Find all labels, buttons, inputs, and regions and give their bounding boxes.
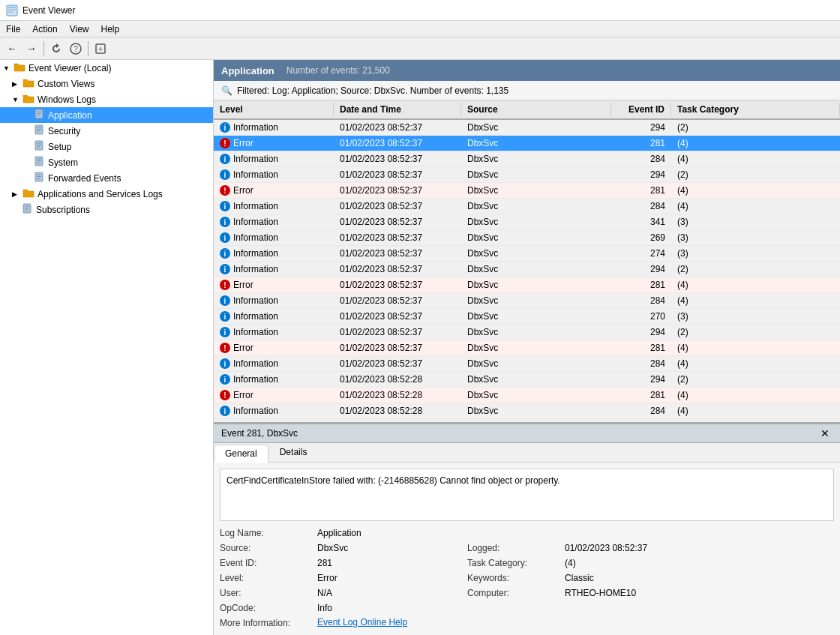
toolbar-back-btn[interactable]: ←	[3, 40, 21, 58]
datetime-cell: 01/02/2023 08:52:37	[334, 121, 461, 133]
tree-node-8[interactable]: ▶Applications and Services Logs	[0, 186, 213, 202]
table-row[interactable]: iInformation01/02/2023 08:52:37DbxSvc269…	[214, 230, 840, 246]
tree-node-2[interactable]: ▼Windows Logs	[0, 91, 213, 107]
table-row[interactable]: !Error01/02/2023 08:52:28DbxSvc281(4)	[214, 388, 840, 403]
table-row[interactable]: iInformation01/02/2023 08:52:37DbxSvc294…	[214, 325, 840, 340]
tree-node-5[interactable]: Setup	[0, 139, 213, 154]
info-icon: i	[220, 264, 230, 274]
table-row[interactable]: !Error01/02/2023 08:52:37DbxSvc281(4)	[214, 340, 840, 356]
tree-node-0[interactable]: ▼Event Viewer (Local)	[0, 60, 213, 76]
table-row[interactable]: iInformation01/02/2023 08:52:37DbxSvc274…	[214, 246, 840, 262]
tree-node-1[interactable]: ▶Custom Views	[0, 76, 213, 91]
eventid-cell: 281	[611, 137, 671, 149]
table-row[interactable]: iInformation01/02/2023 08:52:37DbxSvc294…	[214, 262, 840, 277]
datetime-cell: 01/02/2023 08:52:37	[334, 247, 461, 259]
level-text: Error	[233, 185, 254, 196]
table-row[interactable]: iInformation01/02/2023 08:52:37DbxSvc284…	[214, 356, 840, 372]
table-row[interactable]: !Error01/02/2023 08:52:37DbxSvc281(4)	[214, 183, 840, 199]
table-row[interactable]: !Error01/02/2023 08:52:37DbxSvc281(4)	[214, 277, 840, 293]
tab-details[interactable]: Details	[268, 443, 319, 463]
menu-action[interactable]: Action	[26, 21, 63, 37]
toolbar-forward-btn[interactable]: →	[22, 40, 40, 58]
table-row[interactable]: iInformation01/02/2023 08:52:37DbxSvc284…	[214, 151, 840, 167]
error-icon: !	[220, 390, 230, 400]
user-value: N/A	[317, 587, 467, 599]
tree-label-7: Forwarded Events	[48, 173, 121, 184]
toolbar: ← → ? +	[0, 37, 840, 60]
toolbar-create-task-btn[interactable]: +	[92, 40, 110, 58]
info-icon: i	[220, 374, 230, 385]
level-text: Information	[233, 295, 278, 306]
col-datetime: Date and Time	[334, 103, 461, 116]
toolbar-help-btn[interactable]: ?	[67, 40, 85, 58]
info-icon: i	[220, 358, 230, 369]
keywords-value: Classic	[565, 572, 834, 584]
table-row[interactable]: iInformation01/02/2023 08:52:28DbxSvc284…	[214, 403, 840, 419]
source-cell: DbxSvc	[461, 358, 611, 370]
tree-node-6[interactable]: System	[0, 154, 213, 170]
tree-label-2: Windows Logs	[38, 94, 96, 105]
empty-1	[467, 527, 565, 539]
datetime-cell: 01/02/2023 08:52:37	[334, 326, 461, 338]
empty-3	[467, 602, 565, 614]
datetime-cell: 01/02/2023 08:52:28	[334, 405, 461, 417]
tree-label-3: Application	[48, 110, 92, 121]
toolbar-refresh-btn[interactable]	[47, 40, 65, 58]
taskcategory-value: (4)	[565, 557, 834, 569]
keywords-label: Keywords:	[467, 572, 565, 584]
source-cell: DbxSvc	[461, 200, 611, 212]
taskcategory-cell: (4)	[671, 279, 840, 291]
eventid-cell: 274	[611, 247, 671, 259]
tree-node-7[interactable]: Forwarded Events	[0, 170, 213, 186]
tree-label-4: Security	[48, 126, 80, 136]
source-cell: DbxSvc	[461, 184, 611, 196]
eventid-cell: 294	[611, 121, 671, 133]
tree-label-0: Event Viewer (Local)	[28, 63, 112, 73]
table-row[interactable]: iInformation01/02/2023 08:52:37DbxSvc294…	[214, 120, 840, 136]
eventid-cell: 294	[611, 263, 671, 275]
info-icon: i	[220, 406, 230, 416]
page-icon	[34, 140, 45, 153]
tree-node-3[interactable]: Application	[0, 107, 213, 123]
eventid-cell: 294	[611, 326, 671, 338]
menu-view[interactable]: View	[64, 21, 95, 37]
col-eventid: Event ID	[611, 103, 671, 116]
tree-node-4[interactable]: Security	[0, 123, 213, 139]
table-row[interactable]: iInformation01/02/2023 08:52:37DbxSvc284…	[214, 199, 840, 214]
menu-help[interactable]: Help	[95, 21, 126, 37]
page-icon	[34, 156, 45, 169]
source-cell: DbxSvc	[461, 279, 611, 291]
eventid-cell: 269	[611, 232, 671, 244]
tab-general[interactable]: General	[214, 445, 268, 463]
bottom-close-button[interactable]: ✕	[818, 427, 832, 439]
taskcategory-cell: (4)	[671, 184, 840, 196]
toolbar-separator-1	[44, 41, 44, 56]
level-text: Information	[233, 232, 278, 243]
event-log-online-help-link[interactable]: Event Log Online Help	[317, 617, 467, 629]
info-icon: i	[220, 217, 230, 227]
taskcategory-cell: (2)	[671, 169, 840, 181]
source-cell: DbxSvc	[461, 326, 611, 338]
svg-text:+: +	[98, 44, 103, 53]
error-icon: !	[220, 185, 230, 196]
svg-rect-28	[23, 204, 31, 213]
info-icon: i	[220, 311, 230, 322]
level-text: Information	[233, 311, 278, 322]
tree-node-9[interactable]: Subscriptions	[0, 202, 213, 217]
info-icon: i	[220, 154, 230, 164]
level-text: Error	[233, 343, 254, 353]
source-cell: DbxSvc	[461, 232, 611, 244]
taskcategory-label: Task Category:	[467, 557, 565, 569]
table-body[interactable]: iInformation01/02/2023 08:52:37DbxSvc294…	[214, 120, 840, 422]
table-row[interactable]: !Error01/02/2023 08:52:37DbxSvc281(4)	[214, 136, 840, 151]
info-icon: i	[220, 122, 230, 133]
table-row[interactable]: iInformation01/02/2023 08:52:37DbxSvc341…	[214, 214, 840, 230]
table-row[interactable]: iInformation01/02/2023 08:52:37DbxSvc270…	[214, 309, 840, 325]
taskcategory-cell: (2)	[671, 373, 840, 385]
table-row[interactable]: iInformation01/02/2023 08:52:37DbxSvc294…	[214, 167, 840, 183]
table-row[interactable]: iInformation01/02/2023 08:52:28DbxSvc294…	[214, 372, 840, 388]
more-info-label: More Information:	[220, 617, 317, 629]
menu-file[interactable]: File	[0, 21, 26, 37]
table-row[interactable]: iInformation01/02/2023 08:52:37DbxSvc284…	[214, 293, 840, 309]
right-panel: Application Number of events: 21,500 🔍 F…	[214, 60, 840, 635]
